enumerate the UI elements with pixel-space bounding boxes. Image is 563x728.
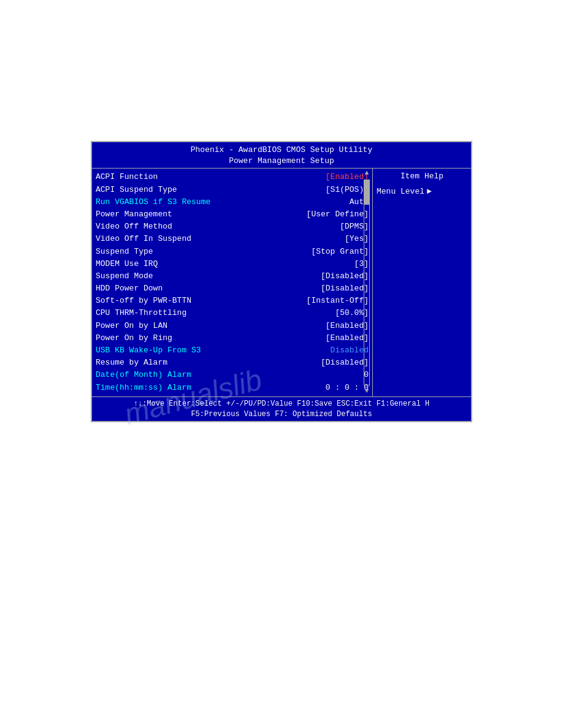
bios-setting-row[interactable]: ACPI Suspend Type[S1(POS)] <box>96 184 369 196</box>
bios-footer: ↑↓:Move Enter:Select +/-/PU/PD:Value F10… <box>92 396 471 422</box>
bios-setting-row[interactable]: MODEM Use IRQ[3] <box>96 258 369 270</box>
setting-value: [Disabled] <box>321 357 369 368</box>
bios-main-panel: ACPI Function[Enabled]ACPI Suspend Type[… <box>92 169 373 396</box>
help-title: Item Help <box>377 171 467 182</box>
bios-setting-row[interactable]: Resume by Alarm[Disabled] <box>96 357 369 369</box>
scroll-down-arrow[interactable]: ▼ <box>365 387 369 396</box>
bios-setting-row[interactable]: Power On by Ring[Enabled] <box>96 332 369 344</box>
bios-body: ACPI Function[Enabled]ACPI Suspend Type[… <box>92 168 471 396</box>
setting-value: [Instant-Off] <box>307 295 369 306</box>
bios-window: Phoenix - AwardBIOS CMOS Setup Utility P… <box>91 141 472 422</box>
bios-setting-row[interactable]: Video Off Method[DPMS] <box>96 221 369 233</box>
bios-help-panel: Item Help Menu Level ► <box>373 169 471 396</box>
bios-setting-row[interactable]: Soft-off by PWR-BTTN[Instant-Off] <box>96 295 369 307</box>
footer-line1: ↑↓:Move Enter:Select +/-/PU/PD:Value F10… <box>96 399 467 409</box>
bios-setting-row[interactable]: CPU THRM-Throttling[50.0%] <box>96 307 369 319</box>
setting-label: Time(hh:mm:ss) Alarm <box>96 382 218 393</box>
setting-label: Resume by Alarm <box>96 357 218 368</box>
bios-setting-row[interactable]: Power Management[User Define] <box>96 208 369 221</box>
menu-level: Menu Level ► <box>377 186 467 197</box>
bios-setting-row[interactable]: Suspend Type[Stop Grant] <box>96 246 369 258</box>
bios-setting-row[interactable]: Video Off In Suspend[Yes] <box>96 233 369 245</box>
bios-setting-row[interactable]: Time(hh:mm:ss) Alarm0 : 0 : 0 <box>96 382 369 394</box>
bios-setting-row[interactable]: Power On by LAN[Enabled] <box>96 320 369 332</box>
scroll-up-arrow[interactable]: ▲ <box>365 169 369 178</box>
bios-setting-row[interactable]: USB KB Wake-Up From S3Disabled <box>96 344 369 357</box>
scrollbar-track <box>364 180 370 386</box>
setting-label: Video Off Method <box>96 221 218 232</box>
setting-label: Date(of Month) Alarm <box>96 370 218 381</box>
bios-setting-row[interactable]: HDD Power Down[Disabled] <box>96 282 369 295</box>
setting-value: [User Define] <box>307 209 369 220</box>
bios-header: Phoenix - AwardBIOS CMOS Setup Utility P… <box>92 142 471 168</box>
setting-value: [Disabled] <box>321 283 369 294</box>
setting-label: USB KB Wake-Up From S3 <box>96 345 218 356</box>
bios-title-line2: Power Management Setup <box>92 156 471 167</box>
setting-label: ACPI Suspend Type <box>96 184 218 195</box>
bios-setting-row[interactable]: Date(of Month) Alarm0 <box>96 369 369 381</box>
setting-label: ACPI Function <box>96 172 218 183</box>
setting-value: [Stop Grant] <box>311 246 369 257</box>
setting-label: Soft-off by PWR-BTTN <box>96 295 218 306</box>
footer-line2: F5:Previous Values F7: Optimized Default… <box>96 409 467 420</box>
bios-setting-row[interactable]: ACPI Function[Enabled] <box>96 171 369 183</box>
bios-setting-row[interactable]: Suspend Mode[Disabled] <box>96 270 369 282</box>
bios-title-line1: Phoenix - AwardBIOS CMOS Setup Utility <box>92 145 471 156</box>
bios-settings-list: ACPI Function[Enabled]ACPI Suspend Type[… <box>96 171 369 393</box>
setting-label: Power On by Ring <box>96 333 218 344</box>
setting-label: CPU THRM-Throttling <box>96 308 218 319</box>
setting-label: HDD Power Down <box>96 283 218 294</box>
setting-label: Power On by LAN <box>96 320 218 332</box>
bios-setting-row[interactable]: Run VGABIOS if S3 ResumeAuto <box>96 196 369 208</box>
menu-level-arrow: ► <box>427 186 432 197</box>
setting-label: Video Off In Suspend <box>96 233 218 245</box>
scrollbar[interactable]: ▲ ▼ <box>362 169 371 396</box>
menu-level-label: Menu Level <box>377 186 424 197</box>
setting-label: MODEM Use IRQ <box>96 259 218 270</box>
setting-label: Run VGABIOS if S3 Resume <box>96 197 218 208</box>
setting-label: Power Management <box>96 209 218 220</box>
setting-label: Suspend Type <box>96 246 218 257</box>
setting-label: Suspend Mode <box>96 271 218 282</box>
setting-value: [Disabled] <box>321 271 369 282</box>
scrollbar-thumb <box>364 180 369 205</box>
